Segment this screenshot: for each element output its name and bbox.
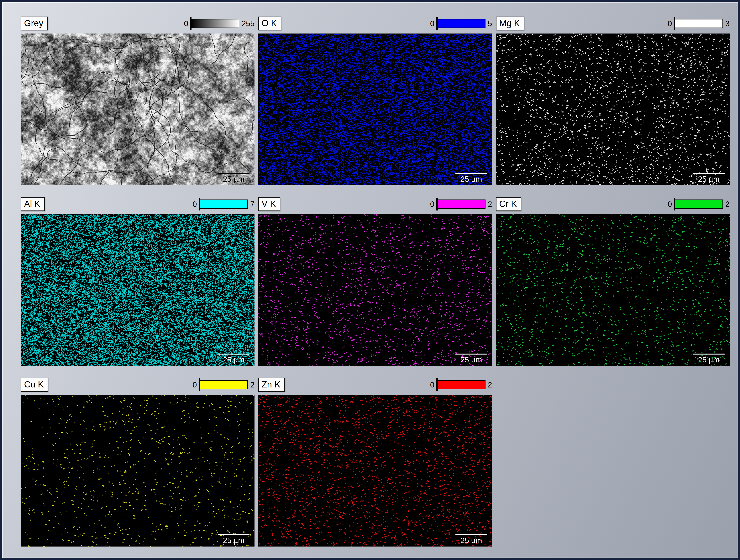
map-grey: 25 µm [21,33,255,185]
intensity-scale: 0 2 [193,378,255,391]
map-canvas-o-k [258,33,492,185]
intensity-scale: 0 3 [668,17,730,30]
scale-max-value: 5 [488,19,492,28]
scale-colorbar [200,380,248,389]
map-canvas-zn-k [258,395,492,547]
scalebar-label: 25 µm [460,536,482,545]
scale-zero-tick [436,17,438,30]
map-mg-k: 25 µm [496,33,730,185]
scale-zero-tick [436,198,438,211]
element-label: Al K [21,197,45,211]
scalebar-line [218,173,250,174]
scale-colorbar [200,200,248,209]
scalebar-label: 25 µm [223,355,245,364]
element-label: Zn K [258,378,285,392]
intensity-scale: 0 7 [193,198,255,211]
element-label: Mg K [496,17,524,30]
scale-max-value: 255 [242,19,255,28]
map-al-k: 25 µm [21,214,255,366]
scalebar-line [693,354,725,354]
scale-zero-tick [674,17,675,30]
panel-header: Grey 0 255 [21,15,255,31]
scale-colorbar [675,19,723,28]
panel-al-k: Al K 0 7 25 µm [21,196,255,366]
panel-header: Cu K 0 2 [21,377,255,393]
scalebar-line [455,534,487,535]
scale-min-value: 0 [430,19,435,28]
scale-min-value: 0 [193,200,197,209]
scale-min-value: 0 [668,19,672,28]
map-canvas-grey [21,33,255,185]
scalebar: 25 µm [455,534,487,545]
map-cu-k: 25 µm [21,395,255,547]
scalebar-label: 25 µm [223,175,245,183]
scalebar: 25 µm [693,354,725,364]
panel-cr-k: Cr K 0 2 25 µm [496,196,730,366]
scalebar: 25 µm [218,534,250,545]
panel-header: Zn K 0 2 [258,377,492,393]
scale-colorbar [191,19,239,28]
map-canvas-v-k [258,214,492,366]
scalebar-label: 25 µm [223,536,245,545]
map-cr-k: 25 µm [496,214,730,366]
map-canvas-al-k [21,214,255,366]
panel-header: Mg K 0 3 [496,15,730,31]
element-label: O K [258,17,281,30]
map-canvas-cu-k [21,395,255,547]
scale-zero-tick [199,378,200,391]
scale-min-value: 0 [193,380,197,389]
scale-max-value: 2 [488,380,492,389]
panel-zn-k: Zn K 0 2 25 µm [258,377,492,547]
scalebar-label: 25 µm [460,355,482,364]
intensity-scale: 0 2 [430,378,492,391]
panel-grey: Grey 0 255 25 µm [21,15,255,185]
scalebar-label: 25 µm [460,175,482,183]
scalebar-line [693,173,725,174]
element-label: V K [258,197,280,211]
scale-min-value: 0 [430,380,435,389]
panel-cu-k: Cu K 0 2 25 µm [21,377,255,547]
scalebar-line [455,173,487,174]
scale-colorbar [438,380,485,389]
panel-grid: Grey 0 255 25 µm O K [2,2,738,547]
scalebar-line [218,534,250,535]
scale-zero-tick [199,198,200,211]
scale-colorbar [675,200,723,209]
panel-v-k: V K 0 2 25 µm [258,196,492,366]
scalebar: 25 µm [455,173,487,183]
panel-header: V K 0 2 [258,196,492,212]
scale-zero-tick [674,198,675,211]
scale-min-value: 0 [184,19,188,28]
panel-header: O K 0 5 [258,15,492,31]
scale-max-value: 2 [725,200,730,209]
intensity-scale: 0 2 [430,198,492,211]
scale-colorbar [438,200,485,209]
element-label: Cu K [21,378,48,392]
scalebar-label: 25 µm [698,175,720,183]
intensity-scale: 0 5 [430,17,492,30]
map-v-k: 25 µm [258,214,492,366]
element-label: Grey [21,17,48,30]
intensity-scale: 0 255 [184,17,255,30]
scalebar: 25 µm [455,354,487,364]
map-canvas-mg-k [496,33,730,185]
eds-maps-window: Grey 0 255 25 µm O K [0,0,740,560]
map-zn-k: 25 µm [258,395,492,547]
map-o-k: 25 µm [258,33,492,185]
map-canvas-cr-k [496,214,730,366]
scale-min-value: 0 [668,200,672,209]
scalebar-line [455,354,487,354]
scalebar: 25 µm [218,354,250,364]
panel-header: Cr K 0 2 [496,196,730,212]
scale-min-value: 0 [430,200,435,209]
scale-zero-tick [436,378,438,391]
scale-max-value: 3 [725,19,730,28]
scale-max-value: 7 [250,200,255,209]
element-label: Cr K [496,197,521,211]
scale-zero-tick [190,17,191,30]
panel-header: Al K 0 7 [21,196,255,212]
scale-colorbar [438,19,485,28]
scalebar-label: 25 µm [698,355,720,364]
scale-max-value: 2 [488,200,492,209]
scalebar: 25 µm [218,173,250,183]
